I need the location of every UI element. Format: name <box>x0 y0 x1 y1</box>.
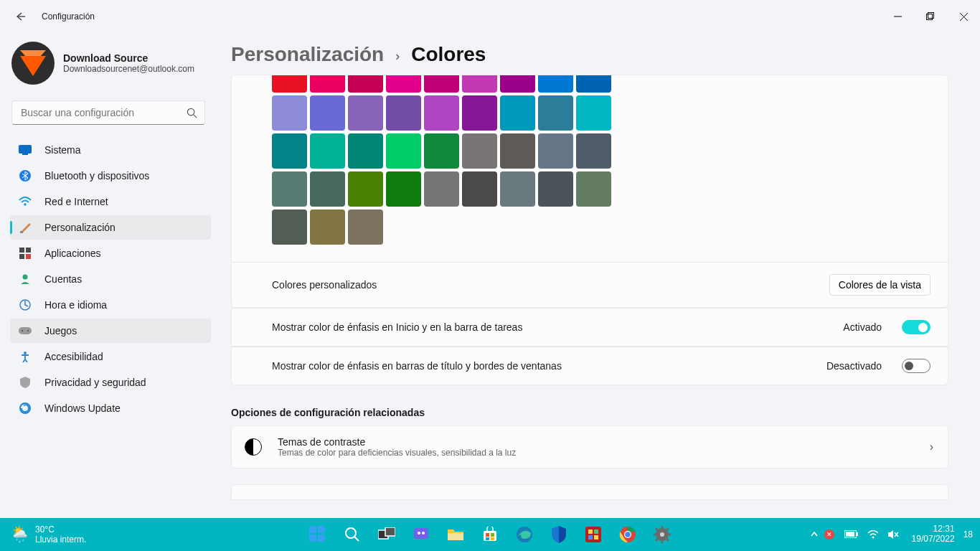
color-swatch[interactable] <box>538 95 573 131</box>
breadcrumb-parent[interactable]: Personalización <box>231 43 384 66</box>
sidebar-item-juegos[interactable]: Juegos <box>10 319 211 343</box>
color-swatch[interactable] <box>462 133 497 169</box>
security-button[interactable] <box>545 521 573 548</box>
sidebar-item-label: Bluetooth y dispositivos <box>44 170 149 182</box>
color-swatch[interactable] <box>462 171 497 207</box>
task-view-button[interactable] <box>373 521 400 548</box>
svg-point-28 <box>422 532 425 534</box>
sidebar-item-sistema[interactable]: Sistema <box>10 138 211 162</box>
chrome-button[interactable] <box>614 521 641 548</box>
onedrive-status-icon[interactable]: ✕ <box>824 529 834 540</box>
toggle-accent-title[interactable] <box>902 359 930 373</box>
sidebar-item-accesibilidad[interactable]: Accesibilidad <box>10 344 211 369</box>
color-swatch[interactable] <box>424 171 459 207</box>
color-swatch[interactable] <box>348 209 383 245</box>
svg-rect-8 <box>19 248 24 253</box>
search-input[interactable] <box>11 100 205 125</box>
next-card[interactable] <box>231 484 948 500</box>
minimize-button[interactable] <box>881 0 914 33</box>
notification-count[interactable]: 18 <box>963 529 973 540</box>
contrast-icon <box>245 438 262 456</box>
color-swatch[interactable] <box>272 75 307 93</box>
window-title: Configuración <box>42 11 95 22</box>
svg-point-12 <box>23 275 28 280</box>
color-swatch[interactable] <box>348 133 383 169</box>
weather-widget[interactable]: 🌦️ 30°C Lluvia interm. <box>0 524 86 545</box>
color-swatch[interactable] <box>272 133 307 169</box>
color-swatch[interactable] <box>538 171 573 207</box>
sidebar-item-red[interactable]: Red e Internet <box>10 189 211 214</box>
tray-chevron-icon[interactable] <box>810 530 819 539</box>
sidebar-item-aplicaciones[interactable]: Aplicaciones <box>10 241 211 265</box>
start-button[interactable] <box>304 521 331 548</box>
avatar <box>11 42 55 85</box>
color-swatch[interactable] <box>310 95 345 131</box>
battery-icon[interactable] <box>844 530 859 539</box>
app-pinned-1[interactable] <box>580 521 607 548</box>
color-swatch[interactable] <box>462 95 497 131</box>
color-swatch[interactable] <box>576 95 611 131</box>
store-button[interactable] <box>476 521 504 548</box>
clock[interactable]: 12:31 19/07/2022 <box>909 524 958 545</box>
color-swatch[interactable] <box>386 133 421 169</box>
svg-rect-37 <box>588 529 593 534</box>
sidebar-item-bluetooth[interactable]: Bluetooth y dispositivos <box>10 164 211 188</box>
contrast-themes-card[interactable]: Temas de contraste Temas de color para d… <box>231 425 948 468</box>
svg-rect-40 <box>594 535 598 540</box>
profile-email: Downloadsourcenet@outlook.com <box>63 64 194 74</box>
color-swatch[interactable] <box>310 133 345 169</box>
color-swatch[interactable] <box>500 133 535 169</box>
time: 12:31 <box>912 524 955 534</box>
color-swatch[interactable] <box>500 75 535 93</box>
color-swatches <box>231 75 948 262</box>
search-field[interactable] <box>19 106 187 119</box>
sidebar-item-label: Accesibilidad <box>44 351 103 362</box>
wifi-tray-icon[interactable] <box>867 530 879 539</box>
color-swatch[interactable] <box>272 209 307 245</box>
chat-button[interactable] <box>407 521 435 548</box>
svg-rect-30 <box>484 531 496 541</box>
color-swatch[interactable] <box>424 95 459 131</box>
color-swatch[interactable] <box>462 75 497 93</box>
color-swatch[interactable] <box>538 133 573 169</box>
color-swatch[interactable] <box>386 171 421 207</box>
color-swatch[interactable] <box>310 75 345 93</box>
toggle-accent-start[interactable] <box>902 320 930 334</box>
view-colors-button[interactable]: Colores de la vista <box>829 274 930 296</box>
temperature: 30°C <box>35 524 86 534</box>
sidebar-item-personalizacion[interactable]: Personalización <box>10 215 211 240</box>
taskbar-search-button[interactable] <box>339 521 366 548</box>
color-swatch[interactable] <box>348 95 383 131</box>
color-swatch[interactable] <box>500 171 535 207</box>
color-swatch[interactable] <box>348 171 383 207</box>
sidebar-item-cuentas[interactable]: Cuentas <box>10 267 211 291</box>
volume-muted-icon[interactable] <box>887 529 899 540</box>
color-swatch[interactable] <box>576 75 611 93</box>
color-swatch[interactable] <box>272 95 307 131</box>
color-swatch[interactable] <box>386 95 421 131</box>
explorer-button[interactable] <box>442 521 469 548</box>
color-swatch[interactable] <box>310 209 345 245</box>
maximize-button[interactable] <box>914 0 947 33</box>
sidebar-item-update[interactable]: Windows Update <box>10 396 211 420</box>
edge-button[interactable] <box>511 521 538 548</box>
sidebar-item-privacidad[interactable]: Privacidad y seguridad <box>10 370 211 395</box>
color-swatch[interactable] <box>538 75 573 93</box>
color-swatch[interactable] <box>424 75 459 93</box>
profile-section[interactable]: Download Source Downloadsourcenet@outloo… <box>10 40 211 98</box>
color-swatch[interactable] <box>500 95 535 131</box>
color-swatch[interactable] <box>348 75 383 93</box>
color-swatch[interactable] <box>576 171 611 207</box>
color-swatch[interactable] <box>576 133 611 169</box>
chevron-right-icon: › <box>395 49 400 64</box>
color-swatch[interactable] <box>310 171 345 207</box>
sidebar-item-hora[interactable]: Hora e idioma <box>10 293 211 317</box>
color-swatch[interactable] <box>424 133 459 169</box>
color-swatch[interactable] <box>272 171 307 207</box>
setting-custom-colors: Colores personalizados Colores de la vis… <box>231 262 948 308</box>
back-button[interactable] <box>13 9 27 24</box>
settings-button[interactable] <box>649 521 676 548</box>
close-button[interactable] <box>947 0 980 33</box>
svg-rect-48 <box>846 532 854 537</box>
color-swatch[interactable] <box>386 75 421 93</box>
